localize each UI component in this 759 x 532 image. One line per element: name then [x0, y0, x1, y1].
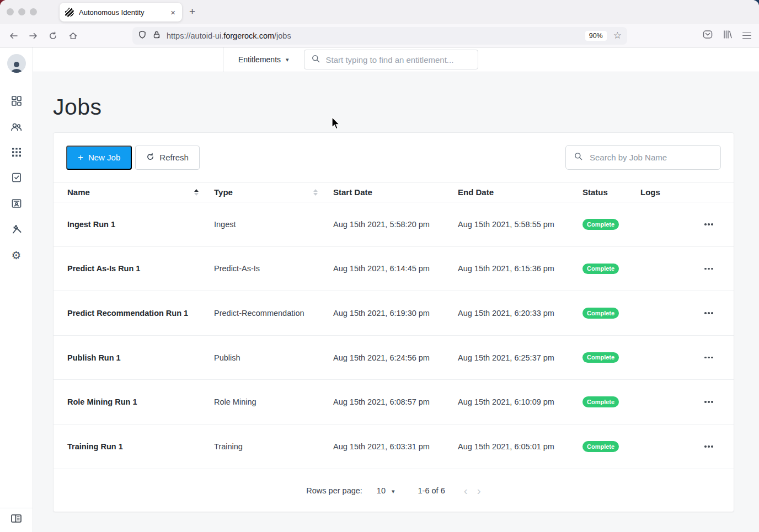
url-bar[interactable]: https://autoid-ui.forgerock.com/jobs 90%… — [132, 27, 627, 45]
minimize-window-button[interactable] — [18, 8, 25, 15]
home-icon[interactable] — [64, 28, 82, 44]
table-row[interactable]: Predict As-Is Run 1 Predict-As-Is Aug 15… — [54, 247, 734, 292]
row-menu-button[interactable] — [704, 401, 734, 403]
job-end-date: Aug 15th 2021, 6:15:36 pm — [458, 264, 582, 273]
rows-per-page-select[interactable]: 10 ▾ — [377, 486, 395, 495]
job-search-input[interactable] — [590, 153, 712, 162]
job-start-date: Aug 15th 2021, 6:19:30 pm — [333, 309, 458, 318]
row-menu-button[interactable] — [704, 357, 734, 359]
table-row[interactable]: Role Mining Run 1 Role Mining Aug 15th 2… — [54, 380, 734, 424]
zoom-level-indicator[interactable]: 90% — [585, 31, 607, 41]
refresh-icon — [146, 153, 154, 163]
job-type: Ingest — [214, 220, 333, 229]
job-start-date: Aug 15th 2021, 6:03:31 pm — [333, 442, 458, 451]
job-start-date: Aug 15th 2021, 6:08:57 pm — [333, 397, 458, 406]
job-start-date: Aug 15th 2021, 6:14:45 pm — [333, 264, 458, 273]
row-menu-button[interactable] — [704, 312, 734, 314]
sort-ascending-icon[interactable] — [194, 189, 199, 196]
column-header-end-date[interactable]: End Date — [458, 187, 582, 197]
jobs-card: + New Job Refresh — [53, 132, 734, 512]
browser-tab[interactable]: Autonomous Identity × — [60, 3, 182, 22]
shield-icon[interactable] — [138, 30, 147, 41]
app-top-bar: Entitlements ▾ — [33, 47, 759, 72]
search-icon — [312, 55, 320, 65]
sort-icon[interactable] — [313, 189, 318, 196]
job-type: Training — [214, 442, 333, 451]
context-dropdown-label: Entitlements — [238, 55, 281, 64]
job-name: Publish Run 1 — [67, 353, 214, 362]
row-menu-button[interactable] — [704, 223, 734, 225]
job-end-date: Aug 15th 2021, 6:20:33 pm — [458, 309, 582, 318]
rows-per-page-value: 10 — [377, 486, 386, 495]
refresh-button[interactable]: Refresh — [135, 146, 200, 170]
status-badge: Complete — [582, 396, 619, 407]
table-row[interactable]: Publish Run 1 Publish Aug 15th 2021, 6:2… — [54, 336, 734, 380]
sidebar-collapse-toggle-icon[interactable] — [11, 514, 22, 525]
context-dropdown[interactable]: Entitlements ▾ — [223, 47, 304, 72]
new-tab-button[interactable]: + — [189, 6, 195, 18]
sidebar-item-dashboard[interactable] — [10, 95, 23, 109]
job-name: Ingest Run 1 — [67, 220, 214, 229]
new-job-label: New Job — [88, 153, 120, 162]
entitlement-search[interactable] — [304, 50, 478, 69]
sidebar-item-users[interactable] — [10, 121, 23, 135]
user-avatar[interactable] — [7, 54, 26, 73]
table-pagination: Rows per page: 10 ▾ 1-6 of 6 ‹ › — [54, 469, 734, 512]
forgerock-favicon-icon — [65, 8, 74, 17]
reload-icon[interactable] — [44, 28, 62, 44]
previous-page-icon[interactable]: ‹ — [464, 485, 468, 496]
column-header-start-date[interactable]: Start Date — [333, 187, 458, 197]
status-badge: Complete — [582, 308, 619, 319]
status-badge: Complete — [582, 352, 619, 363]
refresh-label: Refresh — [159, 153, 189, 162]
lock-warning-icon[interactable] — [152, 30, 161, 41]
library-icon[interactable] — [723, 30, 733, 41]
job-search[interactable] — [565, 145, 721, 170]
forward-icon[interactable] — [24, 28, 42, 44]
page-title: Jobs — [53, 94, 759, 120]
status-badge: Complete — [582, 264, 619, 275]
job-start-date: Aug 15th 2021, 6:24:56 pm — [333, 353, 458, 362]
tab-strip: Autonomous Identity × + — [0, 0, 759, 24]
search-icon — [574, 152, 582, 163]
job-end-date: Aug 15th 2021, 6:25:37 pm — [458, 353, 582, 362]
url-text: https://autoid-ui.forgerock.com/jobs — [167, 31, 291, 40]
table-row[interactable]: Ingest Run 1 Ingest Aug 15th 2021, 5:58:… — [54, 202, 734, 247]
chevron-down-icon: ▾ — [286, 56, 289, 63]
row-menu-button[interactable] — [704, 445, 734, 448]
menu-hamburger-icon[interactable] — [742, 31, 751, 41]
column-header-status[interactable]: Status — [582, 187, 640, 197]
table-row[interactable]: Training Run 1 Training Aug 15th 2021, 6… — [54, 424, 734, 469]
maximize-window-button[interactable] — [30, 8, 37, 15]
tab-close-icon[interactable]: × — [169, 8, 177, 17]
sidebar-item-identities[interactable] — [10, 197, 23, 212]
sidebar-item-rules-gavel[interactable] — [10, 223, 23, 238]
main-content: Entitlements ▾ Jobs + New — [33, 47, 759, 532]
status-badge: Complete — [582, 441, 619, 452]
column-header-name[interactable]: Name — [67, 187, 214, 197]
close-window-button[interactable] — [7, 8, 14, 15]
pocket-icon[interactable] — [703, 30, 713, 41]
entitlement-search-input[interactable] — [326, 55, 471, 65]
sidebar-item-tasks[interactable] — [10, 171, 23, 186]
window-controls[interactable] — [7, 8, 37, 15]
browser-window: Autonomous Identity × + — [0, 0, 759, 532]
sidebar-item-applications[interactable] — [11, 147, 22, 160]
next-page-icon[interactable]: › — [477, 485, 481, 496]
row-menu-button[interactable] — [704, 268, 734, 270]
browser-toolbar: https://autoid-ui.forgerock.com/jobs 90%… — [0, 24, 759, 47]
table-row[interactable]: Predict Recommendation Run 1 Predict-Rec… — [54, 291, 734, 336]
job-name: Role Mining Run 1 — [67, 397, 214, 406]
plus-icon: + — [78, 152, 83, 163]
back-icon[interactable] — [4, 28, 22, 44]
sidebar-item-settings-gear-icon[interactable]: ⚙ — [12, 249, 22, 261]
tab-title: Autonomous Identity — [79, 8, 169, 17]
table-header: Name Type Start Date End Date Status Log… — [54, 182, 734, 202]
job-end-date: Aug 15th 2021, 5:58:55 pm — [458, 220, 582, 229]
column-header-logs[interactable]: Logs — [640, 187, 687, 197]
new-job-button[interactable]: + New Job — [66, 146, 132, 170]
rows-per-page-label: Rows per page: — [306, 486, 362, 495]
job-end-date: Aug 15th 2021, 6:10:09 pm — [458, 397, 582, 406]
column-header-type[interactable]: Type — [214, 187, 333, 197]
bookmark-star-icon[interactable]: ☆ — [613, 30, 622, 41]
